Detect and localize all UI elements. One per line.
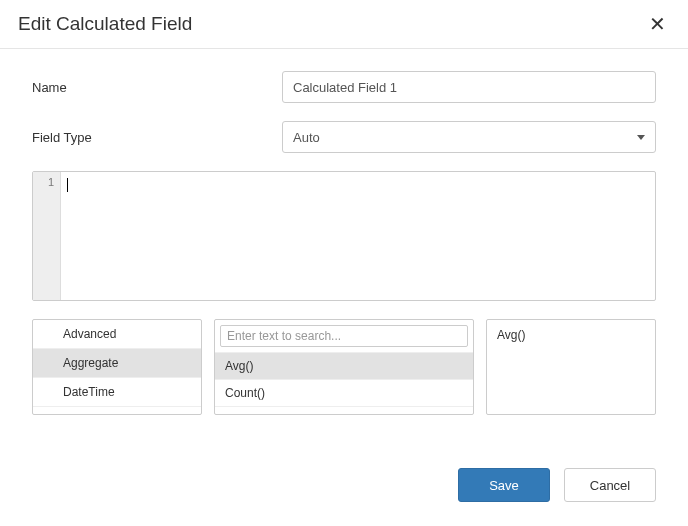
category-list: Advanced Aggregate DateTime [32,319,202,415]
line-number: 1 [33,176,54,188]
field-type-select-wrap: Auto [282,121,656,153]
helper-panels: Advanced Aggregate DateTime Avg() Count(… [32,319,656,415]
function-description-panel: Avg() [486,319,656,415]
category-item-datetime[interactable]: DateTime [33,378,201,407]
function-search-input[interactable] [220,325,468,347]
save-button[interactable]: Save [458,468,550,502]
field-type-label: Field Type [32,130,282,145]
editor-area[interactable] [61,172,655,300]
name-label: Name [32,80,282,95]
edit-calculated-field-dialog: Edit Calculated Field ✕ Name Field Type … [0,0,688,526]
dialog-footer: Save Cancel [0,450,688,526]
function-description-text: Avg() [497,328,645,342]
close-icon[interactable]: ✕ [645,12,670,36]
field-type-select[interactable]: Auto [282,121,656,153]
function-item-count[interactable]: Count() [215,380,473,407]
dialog-title: Edit Calculated Field [18,13,192,35]
category-item-advanced[interactable]: Advanced [33,320,201,349]
dialog-header: Edit Calculated Field ✕ [0,0,688,49]
category-item-aggregate[interactable]: Aggregate [33,349,201,378]
function-list-panel: Avg() Count() [214,319,474,415]
function-search-row [215,320,473,353]
name-row: Name [32,71,656,103]
name-input[interactable] [282,71,656,103]
editor-gutter: 1 [33,172,61,300]
dialog-body: Name Field Type Auto 1 Advanced [0,49,688,450]
function-item-avg[interactable]: Avg() [215,353,473,380]
editor-cursor [67,178,68,192]
cancel-button[interactable]: Cancel [564,468,656,502]
expression-editor[interactable]: 1 [32,171,656,301]
chevron-down-icon [637,135,645,140]
field-type-row: Field Type Auto [32,121,656,153]
field-type-value: Auto [293,130,320,145]
